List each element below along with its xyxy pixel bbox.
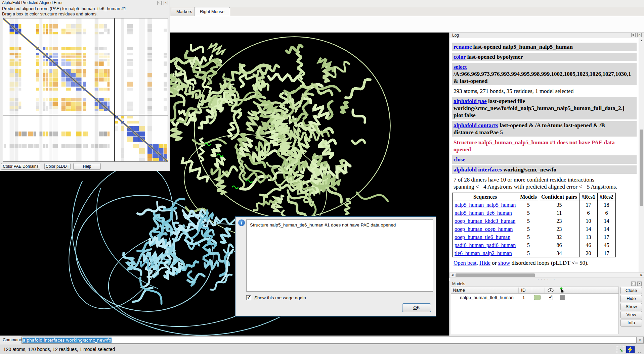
message-dialog: i Structure nalp5_human_tle6_human #1 do… [235,216,436,316]
table-row: ooep_human_khdc3_human5231014 [453,217,616,225]
pae-panel-title: AlphaFold Predicted Aligned Error [2,0,63,5]
models-panel-header: Models ✕ [449,281,644,287]
pae-panel-titlebar[interactable]: AlphaFold Predicted Aligned Error ✕ [0,0,170,6]
log-link[interactable]: close [454,156,465,163]
log-command-echo: select/A:966,969,973,976,993,994,995,998… [452,63,637,85]
log-command-echo: rename last-opened nalp5_human_nalp5_hum… [452,43,637,51]
color-pae-domains-button[interactable]: Color PAE Domains [1,163,40,170]
lightning-speed-icon[interactable] [626,346,635,353]
column-id[interactable]: ID [521,288,526,293]
scroll-left-icon[interactable]: ◀ [450,273,455,278]
sequence-link[interactable]: ooep_human_khdc3_human [455,218,515,224]
log-link[interactable]: Open best [454,260,476,266]
sequence-link[interactable]: nalp5_human_nalp5_human [455,202,516,208]
model-selected-box[interactable] [560,295,565,300]
alphafold-pae-panel: AlphaFold Predicted Aligned Error ✕ Pred… [0,0,170,171]
selection-mode-icon[interactable] [617,346,624,353]
log-output: Open best. Hide or show disordered loops… [452,259,637,267]
column-name[interactable]: Name [453,288,465,293]
log-link[interactable]: alphafold pae [454,98,487,104]
log-link[interactable]: color [454,54,466,60]
log-output: 293 atoms, 271 bonds, 35 residues, 1 mod… [452,87,637,95]
undock-icon[interactable] [631,282,636,286]
sequence-link[interactable]: tle6_human_nalp2_human [455,250,512,256]
log-link[interactable]: Hide [479,260,490,266]
close-model-button[interactable]: Close [620,287,642,294]
table-row: nalp5_human_tle6_human51166 [453,209,616,217]
model-id: 1 [522,295,525,300]
log-error-message: Structure nalp5_human_nalp5_human #1 doe… [452,138,637,154]
table-row: padi6_human_padi6_human5864645 [453,241,616,249]
undock-icon[interactable] [631,33,636,37]
log-command-echo: color last-opened bypolymer [452,53,637,61]
tab-right-mouse[interactable]: Right Mouse [194,7,230,16]
model-name[interactable]: nalp5_human_tle6_human [460,295,514,300]
log-command-echo: close [452,155,637,164]
log-vertical-scrollbar[interactable]: ▲ ▼ [639,38,644,278]
chimerax-window: MarkersRight Mouse [0,0,644,354]
model-row[interactable]: nalp5_human_tle6_human 1 [451,294,618,301]
panel-splitter[interactable]: · · · · · · [449,278,644,281]
sequence-link[interactable]: ooep_human_ooep_human [455,226,513,232]
models-column-header[interactable]: Name ID [451,287,618,294]
pae-plot[interactable] [3,18,168,162]
resize-grip[interactable] [638,349,643,353]
tab-markers[interactable]: Markers [171,8,198,16]
help-button[interactable]: Help [73,163,101,170]
models-panel-title: Models [452,282,465,286]
show-model-button[interactable]: Show [620,303,642,310]
table-header: Confident pairs [539,193,579,201]
pae-subtitle: Predicted aligned errors (PAE) for nalp5… [2,6,126,11]
info-icon: i [238,219,245,226]
model-shown-checkbox[interactable] [548,295,553,300]
log-link[interactable]: alphafold contacts [454,122,498,129]
command-label: Command: [3,336,23,345]
view-model-button[interactable]: View [620,311,642,318]
log-link[interactable]: show [498,260,510,266]
color-plddt-button[interactable]: Color pLDDT [44,163,71,170]
selection-cursor-icon[interactable] [559,287,565,293]
table-row: ooep_human_tle6_human5321317 [453,233,616,241]
ok-button[interactable]: OK [402,303,431,312]
sequence-link[interactable]: nalp5_human_tle6_human [455,210,512,216]
table-row: ooep_human_ooep_human5231414 [453,225,616,233]
close-icon[interactable]: ✕ [637,282,642,286]
close-icon[interactable]: ✕ [637,33,642,37]
log-command-echo: alphafold contacts last-opened & /A toAt… [452,121,637,137]
table-header: Models [518,193,539,201]
status-bar: 120 atoms, 120 bonds, 12 residues, 1 mod… [0,345,644,354]
sequence-link[interactable]: ooep_human_tle6_human [455,234,510,240]
models-table: Name ID nalp5_human_tle6_human 1 [451,287,619,334]
status-text: 120 atoms, 120 bonds, 12 residues, 1 mod… [3,345,115,354]
interfaces-table: SequencesModelsConfident pairs#Res1#Res2… [452,193,616,257]
command-input[interactable]: alphafold interfaces working/scmc_new/fo [22,337,636,344]
hide-model-button[interactable]: Hide [620,295,642,302]
log-hscroll-thumb[interactable] [456,273,535,277]
log-link[interactable]: select [454,64,467,70]
log-horizontal-scrollbar[interactable]: ◀ ▶ [449,272,644,278]
table-row: tle6_human_nalp2_human5342017 [453,249,616,257]
log-vscroll-thumb[interactable] [640,130,643,206]
pae-hint: Drag a box to color structure residues a… [2,11,126,17]
undock-icon[interactable] [157,1,162,5]
table-header: #Res1 [579,193,598,201]
scroll-right-icon[interactable]: ▶ [639,273,644,278]
table-header: Sequences [453,193,518,201]
log-panel: Log ✕ rename last-opened nalp5_human_nal… [449,33,644,278]
model-color-swatch[interactable] [534,295,541,300]
command-history-dropdown[interactable]: ▼ [636,337,644,344]
log-link[interactable]: alphafold interfaces [454,166,502,173]
show-again-label: Show this message again [254,295,306,300]
command-bar: Command: alphafold interfaces working/sc… [0,336,644,345]
sequence-link[interactable]: padi6_human_padi6_human [455,242,516,248]
models-panel: Models ✕ Name ID nalp5_human_tle6_ [449,281,644,336]
pae-heatmap[interactable] [3,18,168,161]
scroll-up-icon[interactable]: ▲ [639,38,644,43]
info-model-button[interactable]: Info [620,319,642,326]
log-link[interactable]: rename [454,44,472,50]
show-again-checkbox[interactable] [246,295,251,300]
log-command-echo: alphafold pae last-opened fileworking/sc… [452,97,637,119]
close-icon[interactable]: ✕ [164,1,168,5]
visibility-eye-icon[interactable] [548,288,554,292]
table-header: #Res2 [597,193,615,201]
